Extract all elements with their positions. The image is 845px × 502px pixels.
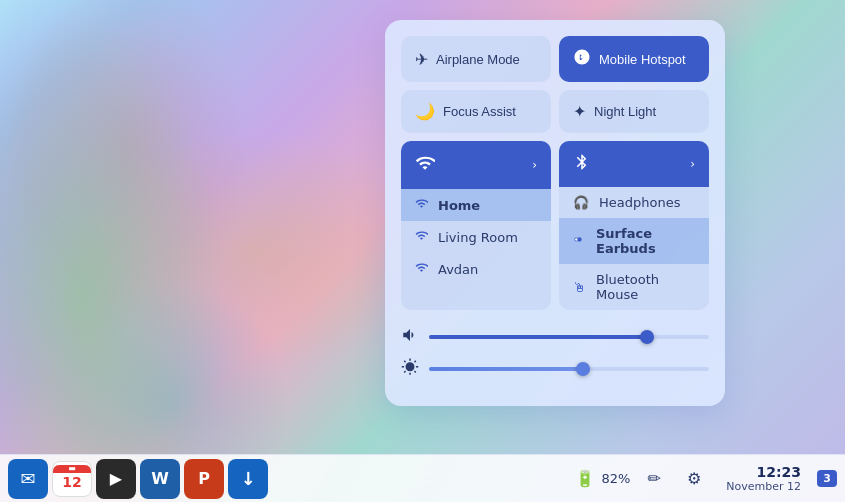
bluetooth-chevron-icon: › bbox=[690, 157, 695, 171]
night-light-icon: ✦ bbox=[573, 102, 586, 121]
bluetooth-icon bbox=[573, 153, 591, 175]
mouse-label: Bluetooth Mouse bbox=[596, 272, 695, 302]
calendar-icon: 12 bbox=[62, 473, 81, 493]
wifi-icon bbox=[415, 153, 435, 177]
wifi-living-label: Living Room bbox=[438, 230, 518, 245]
wifi-network-living-room[interactable]: Living Room bbox=[401, 221, 551, 253]
wifi-chevron-icon: › bbox=[532, 158, 537, 172]
taskbar: ✉ ▬ 12 ▶ W P ↓ 🔋 82% ✏ ⚙ bbox=[0, 454, 845, 502]
wifi-avdan-icon bbox=[415, 261, 428, 277]
battery-display: 🔋 82% bbox=[575, 469, 630, 488]
mouse-icon: 🖱 bbox=[573, 280, 586, 295]
brightness-track[interactable] bbox=[429, 367, 709, 371]
earbuds-label: Surface Earbuds bbox=[596, 226, 695, 256]
brightness-thumb[interactable] bbox=[576, 362, 590, 376]
powerpoint-icon: P bbox=[198, 469, 210, 488]
wifi-header[interactable]: › bbox=[401, 141, 551, 189]
bluetooth-device-mouse[interactable]: 🖱 Bluetooth Mouse bbox=[559, 264, 709, 310]
word-icon: W bbox=[151, 469, 169, 488]
hotspot-icon bbox=[573, 48, 591, 70]
wifi-living-icon bbox=[415, 229, 428, 245]
clock-time: 12:23 bbox=[726, 464, 801, 480]
headphones-label: Headphones bbox=[599, 195, 680, 210]
taskbar-powerpoint[interactable]: P bbox=[184, 459, 224, 499]
wifi-network-avdan[interactable]: Avdan bbox=[401, 253, 551, 285]
mail-icon: ✉ bbox=[20, 468, 35, 489]
edit-icon: ✏ bbox=[648, 469, 661, 488]
wifi-home-label: Home bbox=[438, 198, 480, 213]
focus-assist-label: Focus Assist bbox=[443, 104, 516, 119]
volume-thumb[interactable] bbox=[640, 330, 654, 344]
bluetooth-section: › 🎧 Headphones Surface Earbuds 🖱 Bluetoo… bbox=[559, 141, 709, 310]
wifi-home-icon bbox=[415, 197, 428, 213]
airplane-mode-label: Airplane Mode bbox=[436, 52, 520, 67]
svg-point-2 bbox=[575, 238, 578, 241]
taskbar-word[interactable]: W bbox=[140, 459, 180, 499]
bluetooth-device-earbuds[interactable]: Surface Earbuds bbox=[559, 218, 709, 264]
download-icon: ↓ bbox=[240, 468, 255, 489]
taskbar-right-area: 🔋 82% ✏ ⚙ 12:23 November 12 3 bbox=[575, 460, 837, 497]
taskbar-media[interactable]: ▶ bbox=[96, 459, 136, 499]
settings-button[interactable]: ⚙ bbox=[678, 463, 710, 495]
clock-date: November 12 bbox=[726, 480, 801, 493]
clock-text: 12:23 November 12 bbox=[726, 464, 801, 493]
taskbar-download[interactable]: ↓ bbox=[228, 459, 268, 499]
airplane-icon: ✈ bbox=[415, 50, 428, 69]
settings-icon: ⚙ bbox=[687, 469, 701, 488]
headphones-icon: 🎧 bbox=[573, 195, 589, 210]
notification-badge[interactable]: 3 bbox=[817, 470, 837, 487]
battery-percent: 82% bbox=[601, 471, 630, 486]
taskbar-app-icons: ✉ ▬ 12 ▶ W P ↓ bbox=[8, 459, 575, 499]
volume-icon bbox=[401, 326, 419, 348]
quick-toggles-grid: ✈ Airplane Mode Mobile Hotspot 🌙 Focus A… bbox=[401, 36, 709, 133]
bluetooth-header[interactable]: › bbox=[559, 141, 709, 187]
volume-track[interactable] bbox=[429, 335, 709, 339]
brightness-icon bbox=[401, 358, 419, 380]
brightness-slider-row bbox=[401, 358, 709, 380]
sliders-section bbox=[401, 326, 709, 380]
media-icon: ▶ bbox=[110, 469, 122, 488]
bluetooth-device-headphones[interactable]: 🎧 Headphones bbox=[559, 187, 709, 218]
edit-button[interactable]: ✏ bbox=[638, 463, 670, 495]
night-light-label: Night Light bbox=[594, 104, 656, 119]
mobile-hotspot-button[interactable]: Mobile Hotspot bbox=[559, 36, 709, 82]
earbuds-icon bbox=[573, 233, 586, 249]
volume-fill bbox=[429, 335, 647, 339]
wifi-avdan-label: Avdan bbox=[438, 262, 478, 277]
airplane-mode-button[interactable]: ✈ Airplane Mode bbox=[401, 36, 551, 82]
mobile-hotspot-label: Mobile Hotspot bbox=[599, 52, 686, 67]
battery-icon: 🔋 bbox=[575, 469, 595, 488]
wifi-section: › Home Living Room Avdan bbox=[401, 141, 551, 310]
wifi-network-home[interactable]: Home bbox=[401, 189, 551, 221]
taskbar-mail[interactable]: ✉ bbox=[8, 459, 48, 499]
quick-settings-panel: ✈ Airplane Mode Mobile Hotspot 🌙 Focus A… bbox=[385, 20, 725, 406]
volume-slider-row bbox=[401, 326, 709, 348]
brightness-fill bbox=[429, 367, 583, 371]
clock-area[interactable]: 12:23 November 12 bbox=[718, 460, 809, 497]
focus-assist-button[interactable]: 🌙 Focus Assist bbox=[401, 90, 551, 133]
night-light-button[interactable]: ✦ Night Light bbox=[559, 90, 709, 133]
svg-point-0 bbox=[581, 56, 584, 59]
expand-sections: › Home Living Room Avdan bbox=[401, 141, 709, 318]
focus-assist-icon: 🌙 bbox=[415, 102, 435, 121]
taskbar-calendar[interactable]: ▬ 12 bbox=[52, 461, 92, 497]
